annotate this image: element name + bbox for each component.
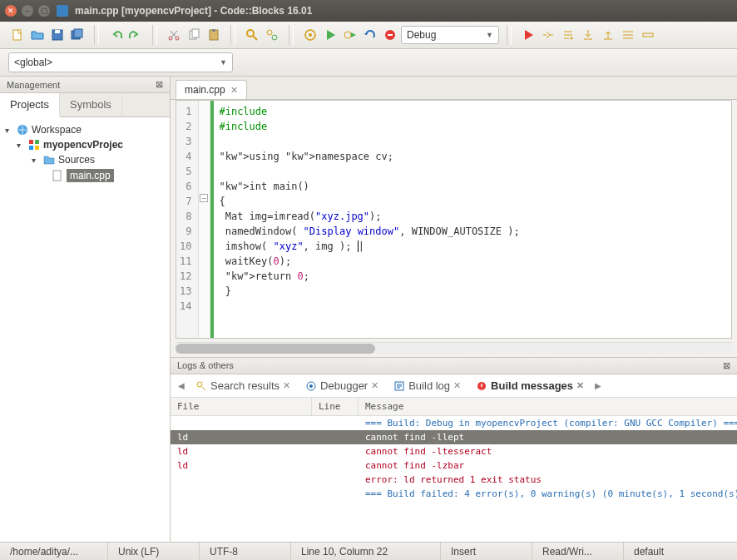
paste-button[interactable] <box>205 26 223 44</box>
col-message[interactable]: Message <box>359 398 737 415</box>
next-instruction-button[interactable] <box>619 26 637 44</box>
build-run-button[interactable] <box>341 26 359 44</box>
build-target-select[interactable]: Debug ▼ <box>401 26 499 44</box>
logs-close-button[interactable]: ⊠ <box>723 360 730 371</box>
run-to-cursor-button[interactable] <box>539 26 557 44</box>
log-row[interactable]: ldcannot find -lzbar <box>171 458 737 473</box>
tree-workspace[interactable]: ▾ Workspace <box>3 122 166 137</box>
titlebar: ✕ – ▢ main.cpp [myopencvProject] - Code:… <box>0 0 737 22</box>
debug-continue-button[interactable] <box>519 26 537 44</box>
abort-button[interactable] <box>381 26 399 44</box>
step-into-button[interactable] <box>579 26 597 44</box>
maximize-window-button[interactable]: ▢ <box>38 5 50 17</box>
minimize-window-button[interactable]: – <box>22 5 33 17</box>
scope-select[interactable]: <global> ▼ <box>8 52 233 72</box>
next-line-button[interactable] <box>559 26 577 44</box>
copy-button[interactable] <box>185 26 203 44</box>
status-profile: default <box>624 543 737 560</box>
save-button[interactable] <box>48 26 67 44</box>
col-line[interactable]: Line <box>312 398 359 415</box>
file-label: main.cpp <box>67 169 114 182</box>
log-row[interactable]: error: ld returned 1 exit status <box>171 473 737 487</box>
status-readwrite: Read/Wri... <box>532 543 624 560</box>
workspace-label: Workspace <box>32 124 82 136</box>
close-icon[interactable]: ✕ <box>576 380 584 391</box>
window-title: main.cpp [myopencvProject] - Code::Block… <box>75 5 312 17</box>
build-button[interactable] <box>301 26 319 44</box>
chevron-down-icon: ▼ <box>220 58 227 67</box>
svg-point-13 <box>272 35 277 40</box>
svg-rect-0 <box>13 30 21 40</box>
tree-project[interactable]: ▾ myopencvProjec <box>3 137 166 152</box>
tree-folder-sources[interactable]: ▾ Sources <box>3 152 166 167</box>
svg-rect-2 <box>55 30 60 33</box>
logs-tab-next-button[interactable]: ▶ <box>592 381 604 390</box>
replace-button[interactable] <box>263 26 281 44</box>
editor-tabs: main.cpp ✕ <box>171 77 737 100</box>
close-icon[interactable]: ✕ <box>371 380 378 391</box>
logs-tabs: ◀ Search results✕ Debugger✕ Build log✕ B… <box>171 374 737 398</box>
step-into-instruction-button[interactable] <box>639 26 657 44</box>
status-encoding: UTF-8 <box>200 543 291 560</box>
build-messages-table[interactable]: File Line Message === Build: Debug in my… <box>171 398 737 542</box>
tree-file-main-cpp[interactable]: main.cpp <box>3 167 166 184</box>
build-target-value: Debug <box>407 29 436 41</box>
undo-button[interactable] <box>106 26 125 44</box>
window-controls: ✕ – ▢ <box>5 5 50 17</box>
svg-point-12 <box>267 30 272 35</box>
tree-toggle-icon[interactable]: ▾ <box>5 126 13 135</box>
log-tab-build-messages[interactable]: Build messages✕ <box>469 376 591 395</box>
col-file[interactable]: File <box>171 398 312 415</box>
step-out-button[interactable] <box>599 26 617 44</box>
app-icon <box>57 5 68 17</box>
code-content[interactable]: #include#include "kw">using "kw">namespa… <box>214 101 731 338</box>
management-panel: Management ⊠ Projects Symbols ▾ Workspac… <box>0 77 171 542</box>
editor-hscrollbar[interactable] <box>176 342 732 354</box>
log-tab-build-log[interactable]: Build log✕ <box>387 376 467 395</box>
scrollbar-thumb[interactable] <box>176 344 375 354</box>
svg-point-16 <box>344 32 351 38</box>
fold-column[interactable]: − <box>199 101 210 338</box>
main-area: Management ⊠ Projects Symbols ▾ Workspac… <box>0 77 737 542</box>
svg-rect-10 <box>212 29 215 32</box>
svg-rect-8 <box>192 29 199 37</box>
rebuild-button[interactable] <box>361 26 379 44</box>
tab-symbols[interactable]: Symbols <box>60 93 122 116</box>
logs-title-label: Logs & others <box>177 360 234 371</box>
project-tree[interactable]: ▾ Workspace ▾ myopencvProjec ▾ Sources m… <box>0 117 170 542</box>
tab-projects[interactable]: Projects <box>0 93 60 117</box>
status-mode: Insert <box>441 543 532 560</box>
redo-button[interactable] <box>126 26 145 44</box>
svg-point-28 <box>309 384 313 388</box>
folder-icon <box>43 154 55 166</box>
tree-toggle-icon[interactable]: ▾ <box>17 141 25 150</box>
svg-point-26 <box>197 382 202 387</box>
log-tab-debugger[interactable]: Debugger✕ <box>299 376 385 395</box>
tree-toggle-icon[interactable]: ▾ <box>32 156 40 165</box>
log-row[interactable]: ldcannot find -llept <box>171 430 737 444</box>
svg-rect-24 <box>35 146 39 150</box>
editor-tab-main-cpp[interactable]: main.cpp ✕ <box>176 80 247 99</box>
find-button[interactable] <box>243 26 261 44</box>
run-button[interactable] <box>321 26 339 44</box>
open-file-button[interactable] <box>28 26 47 44</box>
save-all-button[interactable] <box>68 26 87 44</box>
scope-value: <global> <box>14 57 52 68</box>
new-file-button[interactable] <box>8 26 27 44</box>
log-row[interactable]: === Build: Debug in myopencvProject (com… <box>171 416 737 430</box>
log-row[interactable]: ldcannot find -ltesseract <box>171 444 737 458</box>
close-tab-button[interactable]: ✕ <box>230 85 238 96</box>
close-window-button[interactable]: ✕ <box>5 5 17 17</box>
svg-rect-25 <box>53 171 61 181</box>
management-close-button[interactable]: ⊠ <box>156 79 163 90</box>
logs-panel: Logs & others ⊠ ◀ Search results✕ Debugg… <box>171 357 737 542</box>
code-editor[interactable]: 1234567891011121314 − #include#include "… <box>176 100 732 339</box>
cut-button[interactable] <box>165 26 183 44</box>
log-row[interactable]: === Build failed: 4 error(s), 0 warning(… <box>171 487 737 501</box>
logs-tab-prev-button[interactable]: ◀ <box>176 381 187 390</box>
management-tabs: Projects Symbols <box>0 93 170 117</box>
log-tab-search-results[interactable]: Search results✕ <box>189 376 297 395</box>
close-icon[interactable]: ✕ <box>283 380 290 391</box>
fold-toggle-icon[interactable]: − <box>200 194 208 202</box>
close-icon[interactable]: ✕ <box>453 380 461 391</box>
